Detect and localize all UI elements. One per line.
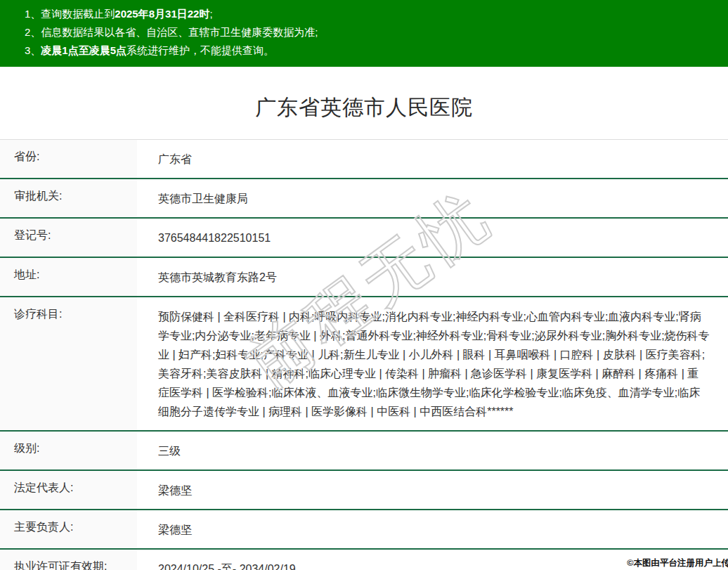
row-value: 预防保健科 | 全科医疗科 | 内科;呼吸内科专业;消化内科专业;神经内科专业;…	[137, 297, 728, 430]
table-row: 地址:英德市英城教育东路2号	[0, 258, 728, 297]
row-label: 地址:	[0, 258, 137, 296]
notice-number: 2、	[25, 26, 41, 38]
upload-attribution-note: ©本图由平台注册用户上传	[627, 557, 728, 569]
notice-line: 1、查询数据截止到2025年8月31日22时;	[25, 5, 721, 23]
table-row: 诊疗科目:预防保健科 | 全科医疗科 | 内科;呼吸内科专业;消化内科专业;神经…	[0, 297, 728, 432]
row-label: 登记号:	[0, 219, 137, 257]
notice-line: 3、凌晨1点至凌晨5点系统进行维护，不能提供查询。	[25, 41, 721, 60]
table-row: 登记号:376548441822510151	[0, 219, 728, 258]
notice-text-segment: ;	[209, 8, 212, 20]
row-label: 主要负责人:	[0, 510, 137, 548]
row-value: 英德市卫生健康局	[137, 179, 728, 217]
row-value: 广东省	[137, 140, 728, 178]
row-value: 英德市英城教育东路2号	[137, 258, 728, 296]
row-label: 省份:	[0, 140, 137, 178]
row-value: 376548441822510151	[137, 219, 728, 257]
notice-text-segment: 信息数据结果以各省、自治区、直辖市卫生健康委数据为准;	[41, 26, 318, 38]
table-row: 省份:广东省	[0, 140, 728, 179]
row-label: 法定代表人:	[0, 471, 137, 509]
hospital-info-table: 省份:广东省审批机关:英德市卫生健康局登记号:37654844182251015…	[0, 139, 728, 570]
notice-text-segment: 查询数据截止到	[41, 8, 115, 20]
row-value: 梁德坚	[137, 471, 728, 509]
row-label: 执业许可证有效期:	[0, 550, 137, 570]
row-value: 梁德坚	[137, 510, 728, 548]
row-label: 级别:	[0, 432, 137, 469]
notice-text-segment: 凌晨1点至凌晨5点	[41, 44, 126, 56]
notice-number: 3、	[25, 44, 41, 56]
notice-number: 1、	[25, 8, 41, 20]
table-row: 级别:三级	[0, 432, 728, 471]
notice-text-segment: 系统进行维护，不能提供查询。	[126, 44, 274, 56]
page-title: 广东省英德市人民医院	[0, 67, 728, 139]
table-row: 法定代表人:梁德坚	[0, 471, 728, 510]
row-label: 诊疗科目:	[0, 297, 137, 430]
table-row: 审批机关:英德市卫生健康局	[0, 179, 728, 219]
table-row: 执业许可证有效期:2024/10/25 -至- 2034/02/19	[0, 550, 728, 570]
notice-line: 2、信息数据结果以各省、自治区、直辖市卫生健康委数据为准;	[25, 23, 721, 41]
row-value: 三级	[137, 432, 728, 469]
notice-text-segment: 2025年8月31日22时	[115, 8, 209, 20]
table-row: 主要负责人:梁德坚	[0, 510, 728, 550]
notice-banner: 1、查询数据截止到2025年8月31日22时;2、信息数据结果以各省、自治区、直…	[0, 0, 728, 67]
row-label: 审批机关:	[0, 179, 137, 217]
